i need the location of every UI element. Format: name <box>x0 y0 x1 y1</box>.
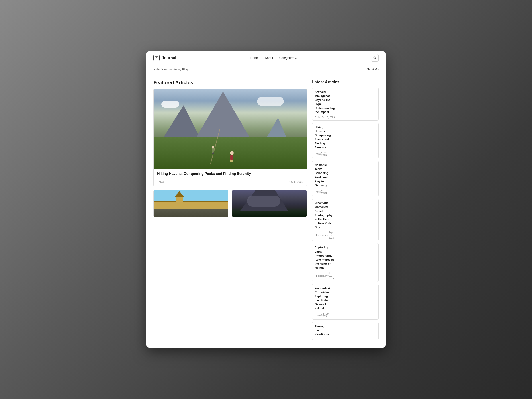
article-nomadic-meta: Travel Nov 2, 2023 <box>315 189 328 194</box>
hiker-front-head <box>230 151 234 155</box>
article-card-cinematic-body: Cinematic Moments: Street Photography in… <box>312 199 336 241</box>
featured-main-image <box>154 89 307 169</box>
featured-small-card-iceland[interactable] <box>232 190 307 217</box>
nav-categories-label: Categories <box>279 56 294 60</box>
article-card-hiking-body: Hiking Havens: Conquering Peaks and Find… <box>312 123 333 158</box>
article-hiking-category: Travel <box>315 152 321 155</box>
hiker-back-head <box>212 146 214 149</box>
article-cinematic-title: Cinematic Moments: Street Photography in… <box>315 201 334 229</box>
nav-home[interactable]: Home <box>250 56 259 60</box>
article-ai-meta: Tech Dec 6, 2023 <box>315 116 335 119</box>
featured-main-info: Hiking Havens: Conquering Peaks and Find… <box>154 169 307 186</box>
latest-section-title: Latest Articles <box>312 80 379 84</box>
article-cinematic-meta: Photography Sep 15, 2023 <box>315 231 334 239</box>
sub-header: Hello! Welcome to my Blog About Me <box>146 65 386 75</box>
article-card-nomadic-body: Nomadic Tech: Balancing Work and Play in… <box>312 161 330 196</box>
germany-image <box>154 190 228 217</box>
hiker-front-pack <box>230 155 233 160</box>
hiker-front-body <box>230 155 234 162</box>
search-button[interactable] <box>371 54 379 62</box>
site-header: Journal Home About Categories <box>146 51 386 65</box>
article-capturing-meta: Photography Jul 19, 2023 <box>315 272 334 280</box>
svg-rect-0 <box>155 57 158 59</box>
article-card-viewfinder[interactable]: Through the Viewfinder: <box>312 322 379 340</box>
article-capturing-date: Jul 19, 2023 <box>328 272 334 280</box>
featured-main-category: Travel <box>157 180 165 184</box>
article-ai-category: Tech <box>315 116 320 119</box>
article-hiking-date: Nov 8, 2023 <box>321 151 331 157</box>
article-card-nomadic[interactable]: Nomadic Tech: Balancing Work and Play in… <box>312 161 379 196</box>
featured-main-date: Nov 8, 2023 <box>289 180 303 184</box>
featured-section: Featured Articles <box>153 80 307 342</box>
svg-line-4 <box>375 58 376 59</box>
article-card-capturing[interactable]: Capturing Light: Photography Adventures … <box>312 243 379 282</box>
nav-about[interactable]: About <box>265 56 273 60</box>
article-card-hiking[interactable]: Hiking Havens: Conquering Peaks and Find… <box>312 123 379 158</box>
article-capturing-category: Photography <box>315 274 328 277</box>
logo-area[interactable]: Journal <box>153 55 176 61</box>
article-nomadic-title: Nomadic Tech: Balancing Work and Play in… <box>315 163 328 187</box>
article-card-capturing-body: Capturing Light: Photography Adventures … <box>312 243 336 281</box>
article-ai-date: Dec 6, 2023 <box>322 116 335 119</box>
article-card-ai[interactable]: Artificial Intelligence: Beyond the Hype… <box>312 88 379 120</box>
article-nomadic-category: Travel <box>315 190 321 193</box>
hiking-background <box>154 89 307 169</box>
article-wanderlust-date: Jun 29, 2023 <box>321 312 330 318</box>
article-hiking-title: Hiking Havens: Conquering Peaks and Find… <box>315 125 331 149</box>
svg-point-3 <box>374 57 375 59</box>
featured-main-meta: Travel Nov 8, 2023 <box>157 178 303 184</box>
browser-window: Journal Home About Categories Hello! Wel… <box>146 51 386 348</box>
article-cinematic-date: Sep 15, 2023 <box>328 231 334 239</box>
article-nomadic-date: Nov 2, 2023 <box>321 189 328 194</box>
iceland-image <box>232 190 307 217</box>
hiker-front <box>230 151 234 162</box>
article-ai-title: Artificial Intelligence: Beyond the Hype… <box>315 90 335 114</box>
article-card-ai-body: Artificial Intelligence: Beyond the Hype… <box>312 88 337 120</box>
article-card-cinematic[interactable]: Cinematic Moments: Street Photography in… <box>312 199 379 241</box>
nav-categories[interactable]: Categories <box>279 56 297 60</box>
featured-small-card-germany[interactable] <box>153 190 228 217</box>
article-viewfinder-title: Through the Viewfinder: <box>315 324 330 336</box>
hiker-back-body <box>212 149 214 154</box>
chevron-down-icon <box>295 57 297 59</box>
article-card-wanderlust[interactable]: Wanderlust Chronicles: Exploring the Hid… <box>312 284 379 320</box>
featured-main-card[interactable]: Hiking Havens: Conquering Peaks and Find… <box>153 89 307 186</box>
hiker-back-pack <box>212 149 214 152</box>
main-nav: Home About Categories <box>250 56 297 60</box>
main-content: Featured Articles <box>146 75 386 348</box>
article-cinematic-category: Photography <box>315 234 328 236</box>
article-hiking-meta: Travel Nov 8, 2023 <box>315 151 331 157</box>
welcome-text: Hello! Welcome to my Blog <box>153 68 188 71</box>
article-wanderlust-meta: Travel Jun 29, 2023 <box>315 312 330 318</box>
featured-main-title: Hiking Havens: Conquering Peaks and Find… <box>157 172 303 176</box>
cloud-right <box>257 97 284 106</box>
site-title: Journal <box>162 56 176 60</box>
article-capturing-title: Capturing Light: Photography Adventures … <box>315 246 334 270</box>
about-me-link[interactable]: About Me <box>366 68 379 71</box>
hiker-back <box>212 146 214 154</box>
building-tower <box>176 196 183 209</box>
article-wanderlust-category: Travel <box>315 314 321 316</box>
article-wanderlust-title: Wanderlust Chronicles: Exploring the Hid… <box>315 286 330 310</box>
featured-small-row <box>153 190 307 217</box>
article-card-viewfinder-body: Through the Viewfinder: <box>312 322 332 340</box>
latest-section: Latest Articles Artificial Intelligence:… <box>312 80 379 342</box>
article-card-wanderlust-body: Wanderlust Chronicles: Exploring the Hid… <box>312 284 333 319</box>
featured-section-title: Featured Articles <box>153 80 307 86</box>
logo-icon <box>153 55 160 61</box>
iceland-cloud <box>247 196 280 207</box>
